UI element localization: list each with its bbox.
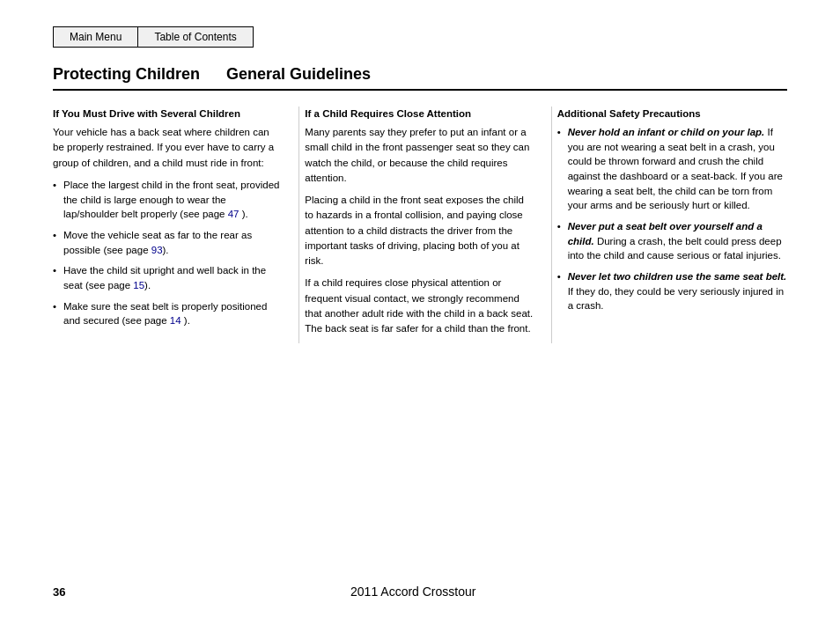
page-title-main: Protecting Children bbox=[53, 65, 200, 84]
link-15[interactable]: 15 bbox=[133, 280, 144, 290]
link-93[interactable]: 93 bbox=[151, 245, 163, 255]
col3-bullet3-bold: Never let two children use the same seat… bbox=[568, 271, 787, 282]
col3-bullet1-bold: Never hold an infant or child on your la… bbox=[568, 127, 765, 137]
table-of-contents-button[interactable]: Table of Contents bbox=[137, 26, 253, 48]
list-item: Never let two children use the same seat… bbox=[557, 269, 787, 313]
list-item: Never hold an infant or child on your la… bbox=[557, 125, 787, 213]
list-item: Never put a seat belt over yourself and … bbox=[557, 219, 787, 263]
main-menu-button[interactable]: Main Menu bbox=[53, 26, 138, 48]
list-item: Make sure the seat belt is properly posi… bbox=[53, 299, 283, 328]
col2: If a Child Requires Close Attention Many… bbox=[299, 107, 551, 343]
col2-heading: If a Child Requires Close Attention bbox=[305, 107, 534, 121]
col3-bullet2-rest: During a crash, the belt could press dee… bbox=[568, 236, 782, 261]
col3-bullet-list: Never hold an infant or child on your la… bbox=[557, 125, 787, 313]
col2-para2: Placing a child in the front seat expose… bbox=[305, 193, 534, 268]
col3-heading: Additional Safety Precautions bbox=[557, 107, 787, 121]
page-number: 36 bbox=[53, 585, 65, 599]
list-item: Place the largest child in the front sea… bbox=[53, 178, 283, 222]
page: Main Menu Table of Contents Protecting C… bbox=[0, 0, 840, 625]
col3: Additional Safety Precautions Never hold… bbox=[552, 107, 787, 343]
col1-para1: Your vehicle has a back seat where child… bbox=[53, 125, 283, 171]
col2-para3: If a child requires close physical atten… bbox=[305, 276, 534, 336]
footer: 36 2011 Accord Crosstour bbox=[53, 585, 787, 599]
col1-bullet-list: Place the largest child in the front sea… bbox=[53, 178, 283, 328]
col3-bullet3-rest: If they do, they could be very seriously… bbox=[568, 286, 784, 312]
col1: If You Must Drive with Several Children … bbox=[53, 107, 299, 343]
col3-bullet1-rest: If you are not wearing a seat belt in a … bbox=[568, 127, 783, 210]
link-14[interactable]: 14 bbox=[170, 315, 181, 326]
link-47[interactable]: 47 bbox=[228, 209, 239, 219]
top-nav: Main Menu Table of Contents bbox=[53, 26, 787, 48]
list-item: Have the child sit upright and well back… bbox=[53, 263, 283, 292]
col2-para1: Many parents say they prefer to put an i… bbox=[305, 125, 534, 186]
content-columns: If You Must Drive with Several Children … bbox=[53, 107, 787, 343]
page-title-bar: Protecting Children General Guidelines bbox=[53, 65, 787, 91]
list-item: Move the vehicle seat as far to the rear… bbox=[53, 228, 283, 257]
footer-center-text: 2011 Accord Crosstour bbox=[65, 585, 761, 599]
page-title-sub: General Guidelines bbox=[226, 65, 371, 84]
col1-heading: If You Must Drive with Several Children bbox=[53, 107, 283, 121]
